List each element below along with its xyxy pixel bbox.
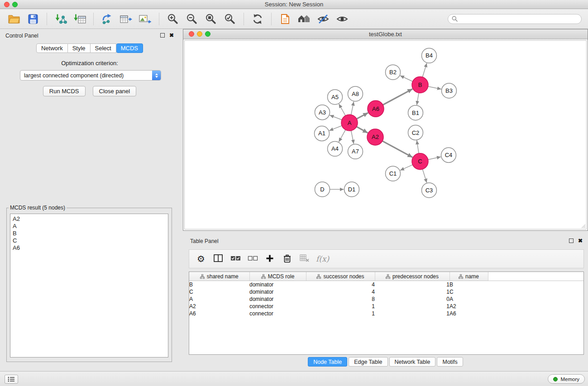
graph-node-C2[interactable]: C2 — [408, 125, 423, 140]
delete-table-button[interactable] — [296, 251, 312, 267]
table-cell[interactable]: A2 — [449, 303, 488, 310]
network-window-titlebar[interactable]: testGlobe.txt — [183, 29, 588, 39]
zoom-fit-button[interactable] — [201, 10, 220, 28]
graph-node-A3[interactable]: A3 — [315, 105, 330, 120]
graph-edge-B-B4[interactable] — [422, 63, 427, 77]
table-cell[interactable]: A2 — [189, 303, 249, 310]
graph-node-C3[interactable]: C3 — [422, 183, 437, 198]
network-graph[interactable]: B4B2BB3A5A8A6B1A3AC2A1A2A4A7C4CC1DD1C3 — [185, 41, 586, 229]
add-row-button[interactable] — [262, 251, 278, 267]
tab-network-table[interactable]: Network Table — [389, 357, 436, 367]
zoom-selected-button[interactable] — [220, 10, 239, 28]
close-panel-button[interactable]: Close panel — [93, 86, 137, 96]
graph-node-B3[interactable]: B3 — [442, 83, 457, 98]
graph-edge-B-B2[interactable] — [400, 76, 413, 81]
graph-node-D1[interactable]: D1 — [344, 182, 359, 197]
close-panel-icon[interactable]: ✖ — [169, 33, 174, 38]
graph-node-B1[interactable]: B1 — [408, 105, 423, 120]
graph-node-A8[interactable]: A8 — [348, 86, 363, 101]
table-row[interactable]: A2connector11A2 — [189, 303, 583, 310]
graph-node-C1[interactable]: C1 — [386, 166, 401, 181]
table-cell[interactable]: 4 — [306, 281, 375, 289]
table-cell[interactable]: connector — [249, 310, 306, 317]
graph-node-A6[interactable]: A6 — [368, 100, 384, 117]
result-item[interactable]: A2 — [13, 215, 166, 223]
table-cell[interactable]: 0 — [375, 295, 449, 303]
graph-node-C4[interactable]: C4 — [441, 148, 456, 162]
table-cell[interactable]: B — [449, 281, 488, 289]
open-manual-button[interactable] — [276, 10, 295, 28]
close-panel-icon[interactable]: ✖ — [578, 238, 583, 243]
refresh-layout-button[interactable] — [248, 10, 267, 28]
graph-node-A[interactable]: A — [341, 114, 358, 131]
table-cell[interactable]: A6 — [189, 310, 249, 317]
graph-edge-A6-B[interactable] — [383, 89, 412, 105]
select-all-rows-button[interactable] — [227, 251, 244, 267]
table-cell[interactable]: dominator — [249, 295, 306, 303]
float-panel-icon[interactable] — [569, 238, 574, 243]
table-cell[interactable]: 1 — [306, 310, 375, 317]
table-cell[interactable]: dominator — [249, 281, 306, 289]
network-canvas[interactable]: B4B2BB3A5A8A6B1A3AC2A1A2A4A7C4CC1DD1C3 — [184, 40, 587, 229]
zoom-out-button[interactable] — [182, 10, 201, 28]
import-network-button[interactable] — [51, 10, 70, 28]
run-mcds-button[interactable]: Run MCDS — [43, 86, 86, 96]
save-session-button[interactable] — [24, 10, 43, 28]
graph-edge-A2-C[interactable] — [382, 141, 413, 157]
table-cell[interactable]: A — [189, 295, 249, 303]
tab-mcds[interactable]: MCDS — [116, 43, 143, 53]
zoom-in-button[interactable] — [163, 10, 182, 28]
table-settings-button[interactable]: ⚙ — [193, 251, 209, 267]
table-row[interactable]: Adominator80A — [189, 295, 583, 303]
graph-edge-A-A3[interactable] — [330, 115, 342, 119]
tab-motifs[interactable]: Motifs — [437, 357, 463, 367]
column-header-mcds-role[interactable]: MCDS role — [249, 272, 306, 281]
graph-edge-A-A2[interactable] — [357, 127, 368, 133]
column-header-successor-nodes[interactable]: successor nodes — [306, 272, 375, 281]
graph-edge-A-A5[interactable] — [339, 104, 346, 116]
tab-style[interactable]: Style — [68, 43, 91, 53]
graph-node-C[interactable]: C — [412, 153, 428, 170]
graph-node-A1[interactable]: A1 — [315, 126, 330, 141]
resize-handle[interactable] — [580, 223, 586, 229]
tab-network[interactable]: Network — [36, 43, 68, 53]
export-table-button[interactable] — [117, 10, 136, 28]
result-item[interactable]: A — [13, 223, 166, 230]
table-cell[interactable]: A — [449, 295, 488, 303]
result-item[interactable]: A6 — [13, 244, 166, 252]
table-cell[interactable]: C — [449, 288, 488, 295]
graph-edge-C-C3[interactable] — [422, 169, 426, 183]
delete-selected-rows-button[interactable] — [279, 251, 295, 267]
search-field[interactable] — [448, 14, 582, 24]
graph-node-A7[interactable]: A7 — [348, 144, 363, 159]
graph-node-A2[interactable]: A2 — [367, 129, 383, 145]
optimization-criterion-dropdown[interactable]: largest connected component (directed) — [20, 70, 161, 81]
graph-edge-C-C1[interactable] — [400, 165, 413, 170]
table-cell[interactable]: 1 — [306, 303, 375, 310]
result-item[interactable]: C — [13, 237, 166, 244]
hide-graphics-details-button[interactable] — [314, 10, 333, 28]
column-header-shared-name[interactable]: shared name — [189, 272, 249, 281]
task-history-button[interactable] — [5, 375, 18, 384]
table-cell[interactable]: 1 — [375, 310, 449, 317]
table-cell[interactable]: B — [189, 281, 249, 289]
table-cell[interactable]: dominator — [249, 288, 306, 295]
graph-node-B[interactable]: B — [412, 77, 428, 93]
graph-edge-A-A7[interactable] — [351, 131, 354, 144]
graph-edge-C-C4[interactable] — [428, 157, 441, 160]
table-cell[interactable]: 1 — [375, 303, 449, 310]
memory-button[interactable]: Memory — [548, 374, 585, 384]
tab-node-table[interactable]: Node Table — [308, 357, 347, 367]
graph-edge-A-A1[interactable] — [329, 126, 342, 131]
result-item[interactable]: B — [13, 230, 166, 237]
table-row[interactable]: Cdominator41C — [189, 288, 583, 295]
table-cell[interactable]: C — [189, 288, 249, 295]
function-builder-button[interactable]: f(x) — [313, 251, 329, 267]
graph-edge-B-B1[interactable] — [417, 93, 419, 105]
column-header-name[interactable]: name — [449, 272, 488, 281]
table-cell[interactable]: connector — [249, 303, 306, 310]
graph-edge-A-A6[interactable] — [357, 113, 368, 119]
table-cell[interactable]: 1 — [375, 288, 449, 295]
float-panel-icon[interactable] — [160, 33, 165, 38]
export-image-button[interactable] — [136, 10, 155, 28]
